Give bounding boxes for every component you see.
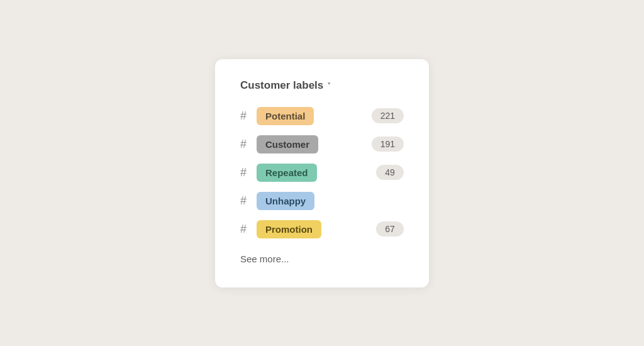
label-tag-unhappy[interactable]: Unhappy [257,192,314,210]
label-list: #Potential221#Customer191#Repeated49#Unh… [240,107,404,238]
count-badge-customer: 191 [372,137,404,152]
hash-icon: # [240,166,250,179]
label-tag-promotion[interactable]: Promotion [257,220,321,238]
label-row[interactable]: #Repeated49 [240,164,404,182]
hash-icon: # [240,138,250,151]
hash-icon: # [240,223,250,236]
card-title: Customer labels [240,79,323,92]
label-row[interactable]: #Unhappy [240,192,404,210]
hash-icon: # [240,109,250,123]
hash-icon: # [240,194,250,208]
count-badge-potential: 221 [372,108,404,123]
see-more-link[interactable]: See more... [240,254,289,264]
label-row[interactable]: #Customer191 [240,135,404,153]
card-header[interactable]: Customer labels ˅ [240,79,404,92]
label-row[interactable]: #Potential221 [240,107,404,125]
count-badge-promotion: 67 [376,221,404,237]
customer-labels-card: Customer labels ˅ #Potential221#Customer… [215,59,429,287]
label-row[interactable]: #Promotion67 [240,220,404,238]
label-tag-customer[interactable]: Customer [257,135,318,153]
count-badge-repeated: 49 [376,165,404,180]
chevron-down-icon: ˅ [327,81,331,91]
label-tag-repeated[interactable]: Repeated [257,164,317,182]
label-tag-potential[interactable]: Potential [257,107,314,125]
